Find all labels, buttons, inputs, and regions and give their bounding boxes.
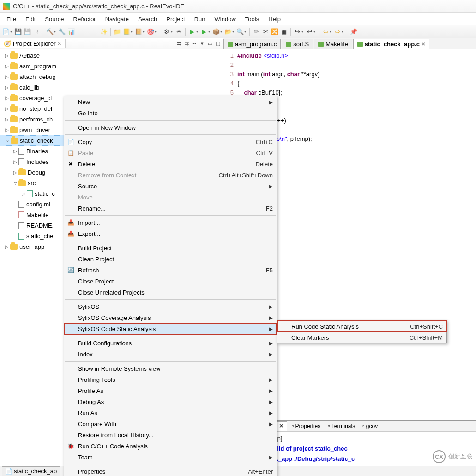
close-icon[interactable]: ✕ — [57, 41, 61, 47]
save-all-icon[interactable]: 💾 — [23, 28, 31, 36]
menu-navigate[interactable]: Navigate — [101, 14, 133, 24]
ctx-copy[interactable]: 📄CopyCtrl+C — [64, 136, 277, 147]
ctx-refresh[interactable]: 🔄RefreshF5 — [64, 265, 277, 276]
min-icon[interactable]: ▭ — [207, 41, 213, 47]
ctx-sylixos-coverage-analysis[interactable]: SylixOS Coverage Analysis▶ — [64, 312, 277, 323]
console-tab-properties[interactable]: ▫Properties — [289, 422, 323, 430]
max-icon[interactable]: ▢ — [215, 41, 221, 47]
ctx-sub-clear-markers[interactable]: Clear MarkersCtrl+Shift+M — [277, 332, 446, 343]
menu-search[interactable]: Search — [133, 14, 162, 24]
ctx-restore-from-local-history-[interactable]: Restore from Local History... — [64, 429, 277, 440]
menu-edit[interactable]: Edit — [21, 14, 40, 24]
menu-file[interactable]: File — [2, 14, 21, 24]
editor-tab[interactable]: Makefile — [314, 39, 352, 49]
ctx-index[interactable]: Index▶ — [64, 349, 277, 360]
close-icon[interactable]: ✕ — [422, 42, 425, 47]
cut-icon[interactable]: ✂ — [261, 28, 270, 36]
project-explorer-tab[interactable]: 🧭 Project Explorer ✕ — [0, 39, 66, 48]
pen-icon[interactable]: ✏ — [252, 28, 260, 36]
toggle-icon[interactable]: 🔀 — [271, 28, 279, 36]
next-icon[interactable]: ↪ — [293, 28, 301, 36]
filter-icon[interactable]: ⚏ — [191, 41, 198, 47]
ctx-sylixos[interactable]: SylixOS▶ — [64, 301, 277, 312]
ctx-run-as[interactable]: Run As▶ — [64, 407, 277, 418]
wand-icon[interactable]: ✨ — [100, 28, 108, 36]
grid-icon[interactable]: ▦ — [280, 28, 288, 36]
ctx-show-in-remote-systems-view[interactable]: Show in Remote Systems view — [64, 363, 277, 374]
debug-run-icon[interactable]: ▶ — [200, 28, 208, 36]
back-icon[interactable]: ⇦ — [321, 28, 330, 36]
ctx-clean-project[interactable]: Clean Project — [64, 253, 277, 265]
ctx-import-[interactable]: 📥Import... — [64, 217, 277, 228]
gear-icon[interactable]: ⚙ — [163, 28, 171, 36]
editor-tab[interactable]: static_check_app.c✕ — [353, 39, 429, 49]
menu-run[interactable]: Run — [190, 14, 210, 24]
ctx-source[interactable]: Source▶ — [64, 181, 277, 192]
ctx-new[interactable]: New▶ — [64, 96, 277, 108]
menu-source[interactable]: Source — [40, 14, 68, 24]
editor-tab[interactable]: asm_program.c — [223, 39, 281, 49]
search-icon[interactable]: 🔍 — [236, 28, 244, 36]
file-icon — [357, 42, 363, 47]
ctx-run-c-c-code-analysis[interactable]: 🐞Run C/C++ Code Analysis — [64, 440, 277, 452]
ctx-debug-as[interactable]: Debug As▶ — [64, 396, 277, 407]
ctx-close-unrelated-projects[interactable]: Close Unrelated Projects — [64, 287, 277, 298]
ctx-sub-run-code-static-analysis[interactable]: Run Code Static AnalysisCtrl+Shift+C — [277, 321, 446, 332]
ctx-close-project[interactable]: Close Project — [64, 276, 277, 287]
ctx-rename-[interactable]: Rename...F2 — [64, 203, 277, 214]
ext-tools-icon[interactable]: 📦 — [212, 28, 220, 36]
file-icon — [318, 42, 324, 47]
folder1-icon[interactable]: 📁 — [113, 28, 121, 36]
ctx-team[interactable]: Team▶ — [64, 452, 277, 463]
console-tab-terminals[interactable]: ▫Terminals — [325, 422, 358, 430]
editor-tabs: asm_program.csort.SMakefilestatic_check_… — [223, 38, 476, 49]
bottom-tab[interactable]: 📄 static_check_ap — [2, 466, 60, 476]
link-icon[interactable]: ⇉ — [183, 41, 190, 47]
menu-help[interactable]: Help — [264, 14, 285, 24]
ctx-go-into[interactable]: Go Into — [64, 108, 277, 119]
ctx-sylixos-code-static-analysis[interactable]: SylixOS Code Static Analysis▶ — [64, 323, 277, 334]
ctx-compare-with[interactable]: Compare With▶ — [64, 418, 277, 429]
tree-item[interactable]: ▷A9base — [0, 50, 223, 61]
ctx-delete[interactable]: ✖DeleteDelete — [64, 158, 277, 169]
build-all-icon[interactable]: 🔧 — [58, 28, 66, 36]
ctx-build-configurations[interactable]: Build Configurations▶ — [64, 337, 277, 349]
ctx-properties[interactable]: PropertiesAlt+Enter — [64, 466, 277, 476]
new-icon[interactable]: 📄 — [2, 28, 10, 36]
menu-tools[interactable]: Tools — [241, 14, 264, 24]
ctx-icon: 🔄 — [67, 266, 74, 274]
run-icon[interactable]: ▶ — [188, 28, 196, 36]
build-icon[interactable]: 🔨 — [46, 28, 54, 36]
tree-item[interactable]: ▷attach_debug — [0, 72, 223, 82]
collapse-icon[interactable]: ⇆ — [175, 41, 182, 47]
target-icon[interactable]: 🎯 — [146, 28, 155, 36]
ctx-build-project[interactable]: Build Project — [64, 242, 277, 253]
pin-icon[interactable]: 📌 — [349, 28, 358, 36]
console-tab-gcov[interactable]: ▫gcov — [360, 422, 380, 430]
tree-item[interactable]: ▷calc_lib — [0, 82, 223, 93]
menu-refactor[interactable]: Refactor — [69, 14, 101, 24]
folder3-icon[interactable]: 📔 — [134, 28, 143, 36]
ctx-profile-as[interactable]: Profile As▶ — [64, 385, 277, 396]
editor-tab[interactable]: sort.S — [282, 39, 313, 49]
menu-project[interactable]: Project — [162, 14, 189, 24]
tab-icon: ▫ — [362, 422, 365, 429]
open-type-icon[interactable]: 📂 — [224, 28, 232, 36]
toolbar: 📄▾ 💾 💾 🖨 🔨▾ 🔧 📊 ✨ 📁 📒▾ 📔▾ 🎯▾ ⚙▾ ✳ ▶▾ ▶▾ … — [0, 25, 476, 38]
save-icon[interactable]: 💾 — [14, 28, 22, 36]
folder2-icon[interactable]: 📒 — [122, 28, 131, 36]
project-explorer-label: Project Explorer — [13, 40, 55, 47]
ctx-open-in-new-window[interactable]: Open in New Window — [64, 122, 277, 133]
prev-icon[interactable]: ↩ — [305, 28, 313, 36]
ctx-export-[interactable]: 📤Export... — [64, 228, 277, 239]
ctx-profiling-tools[interactable]: Profiling Tools▶ — [64, 374, 277, 385]
binary-icon[interactable]: 📊 — [67, 28, 75, 36]
context-menu[interactable]: New▶Go IntoOpen in New Window📄CopyCtrl+C… — [64, 96, 277, 476]
star-icon[interactable]: ✳ — [175, 28, 183, 36]
menu-window[interactable]: Window — [210, 14, 241, 24]
context-submenu[interactable]: Run Code Static AnalysisCtrl+Shift+CClea… — [277, 320, 447, 343]
fwd-icon[interactable]: ⇨ — [333, 28, 342, 36]
menu-icon[interactable]: ▾ — [199, 41, 205, 47]
tree-item[interactable]: ▷asm_program — [0, 61, 223, 72]
print-icon[interactable]: 🖨 — [32, 28, 41, 36]
